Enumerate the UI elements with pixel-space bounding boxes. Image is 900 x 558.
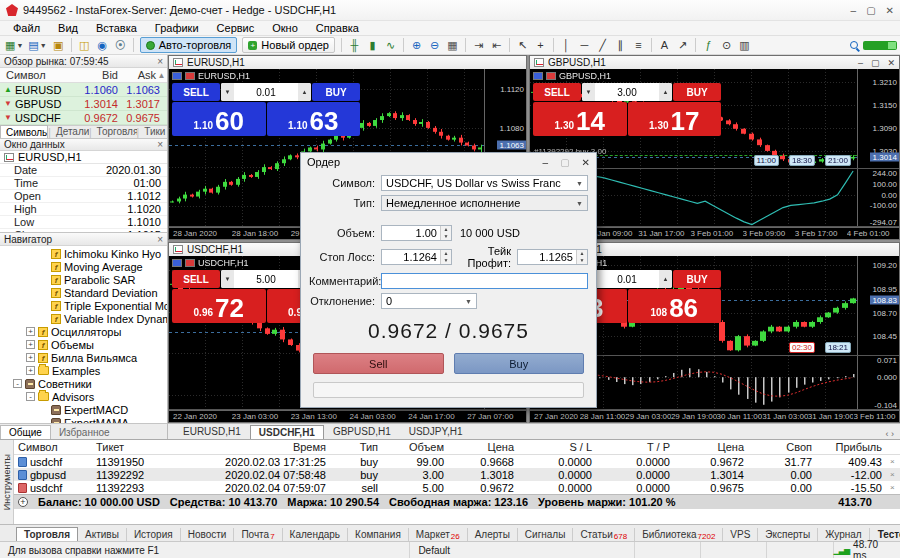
spin-up-icon[interactable]: ▲	[441, 250, 451, 257]
navigator-item-standard-deviation[interactable]: fStandard Deviation	[0, 286, 167, 299]
navigator-item-объемы[interactable]: +fОбъемы	[0, 338, 167, 351]
volume-down-icon[interactable]: ▼	[221, 83, 234, 101]
spin-up-icon[interactable]: ▲	[577, 250, 587, 257]
market-watch-row[interactable]: ▼GBPUSD1.30141.3017	[0, 97, 167, 111]
navigator-item-parabolic-sar[interactable]: fParabolic SAR	[0, 273, 167, 286]
navigator-item-ichimoku-kinko-hyo[interactable]: fIchimoku Kinko Hyo	[0, 247, 167, 260]
close-icon[interactable]: ×	[157, 139, 163, 150]
col-header[interactable]: S / L	[518, 441, 596, 453]
deviation-select[interactable]: 0 ▼	[381, 293, 477, 309]
arrows-icon[interactable]: ↗	[674, 37, 691, 53]
chart-tab-gbpusd-h1[interactable]: GBPUSD,H1	[324, 424, 400, 439]
metaeditor-icon[interactable]: ▣	[50, 37, 67, 53]
volume-value[interactable]: 1.00	[382, 226, 440, 240]
terminal-tab-маркет[interactable]: Маркет26	[409, 528, 468, 541]
chart-shift-icon[interactable]: ⇤	[488, 37, 505, 53]
status-profile[interactable]: Default	[410, 542, 634, 558]
dialog-close-icon[interactable]: ✕	[582, 157, 590, 168]
volume-stepper[interactable]: ▼3.00▲	[582, 83, 672, 101]
sell-button[interactable]: Sell	[313, 353, 444, 374]
close-icon[interactable]: ✕	[886, 5, 894, 16]
auto-scroll-icon[interactable]: ⇥	[470, 37, 487, 53]
close-order-icon[interactable]: ×	[886, 457, 900, 466]
menu-item-графики[interactable]: Графики	[146, 22, 208, 34]
maximize-icon[interactable]: ▢	[866, 5, 875, 16]
navigator-item-variable-index-dynamic-a[interactable]: fVariable Index Dynamic A	[0, 312, 167, 325]
fibonacci-icon[interactable]: ≡	[630, 37, 647, 53]
market-watch-tab-тики[interactable]: Тики	[139, 125, 167, 138]
dialog-minimize-icon[interactable]: –	[543, 157, 549, 168]
vline-icon[interactable]: │	[558, 37, 575, 53]
col-bid[interactable]: Bid	[72, 69, 118, 81]
spin-down-icon[interactable]: ▼	[441, 257, 451, 264]
one-click-buy-button[interactable]: BUY	[312, 83, 360, 101]
col-header[interactable]: Прибыль	[816, 441, 886, 453]
close-order-icon[interactable]: ×	[886, 470, 900, 479]
col-header[interactable]: Цена	[674, 441, 748, 453]
new-chart-icon[interactable]: ▦▼	[3, 37, 25, 53]
col-header[interactable]: T / P	[596, 441, 674, 453]
terminal-tab-vps[interactable]: VPS	[723, 528, 758, 541]
volume-stepper[interactable]: ▼5.00▲	[221, 270, 311, 288]
bid-price[interactable]: 1.1060	[172, 102, 266, 136]
buy-button[interactable]: Buy	[454, 353, 585, 374]
one-click-sell-button[interactable]: SELL	[172, 270, 220, 288]
stop-loss-stepper[interactable]: 1.1264 ▲▼	[381, 249, 452, 265]
col-header[interactable]: Время	[190, 441, 330, 453]
chart-tab-usdjpy-h1[interactable]: USDJPY,H1	[400, 424, 472, 439]
comment-input[interactable]	[381, 273, 588, 289]
collapse-icon[interactable]: -	[26, 392, 35, 401]
trendline-icon[interactable]: ╱	[594, 37, 611, 53]
navigator-item-advisors[interactable]: -Advisors	[0, 390, 167, 403]
navigator-item-examples[interactable]: +Examples	[0, 364, 167, 377]
volume-stepper[interactable]: 1.00 ▲▼	[381, 225, 452, 241]
col-symbol[interactable]: Символ	[0, 69, 72, 81]
expand-icon[interactable]: +	[26, 327, 35, 336]
terminal-tab-сигналы[interactable]: Сигналы	[518, 528, 574, 541]
navigator-item-советники[interactable]: -Советники	[0, 377, 167, 390]
terminal-tab-алерты[interactable]: Алерты	[468, 528, 518, 541]
one-click-sell-button[interactable]: SELL	[533, 83, 581, 101]
candles-chart-icon[interactable]: ▮	[364, 37, 381, 53]
hline-icon[interactable]: ─	[576, 37, 593, 53]
zoom-out-icon[interactable]: ⊖	[426, 37, 443, 53]
new-order-button[interactable]: +Новый ордер	[242, 37, 335, 53]
bid-price[interactable]: 1.3014	[533, 102, 627, 136]
channel-icon[interactable]: ∥	[612, 37, 629, 53]
terminal-tab-история[interactable]: История	[127, 528, 181, 541]
menu-item-файл[interactable]: Файл	[4, 22, 49, 34]
maximize-icon[interactable]: ▢	[871, 58, 880, 68]
volume-down-icon[interactable]: ▼	[582, 83, 595, 101]
take-profit-stepper[interactable]: 1.1265 ▲▼	[517, 249, 588, 265]
expand-icon[interactable]: +	[26, 366, 35, 375]
symbol-select[interactable]: USDCHF, US Dollar vs Swiss Franc ▼	[381, 175, 588, 191]
menu-item-сервис[interactable]: Сервис	[208, 22, 264, 34]
market-watch-icon[interactable]: ◫	[76, 37, 93, 53]
ask-price[interactable]: 10886	[628, 289, 722, 323]
chart-window-titlebar[interactable]: EURUSD,H1	[169, 56, 526, 69]
bars-chart-icon[interactable]: ╫	[346, 37, 363, 53]
terminal-tab-статьи[interactable]: Статьи678	[573, 528, 635, 541]
tab-scroll-arrows[interactable]: ‹ ›	[886, 429, 900, 439]
terminal-tab-библиотека[interactable]: Библиотека7202	[635, 528, 723, 541]
spin-down-icon[interactable]: ▼	[441, 233, 451, 240]
navigator-item-expertmama[interactable]: ExpertMAMA	[0, 416, 167, 423]
cursor-icon[interactable]: ↖	[514, 37, 531, 53]
one-click-buy-button[interactable]: BUY	[673, 270, 721, 288]
menu-item-вид[interactable]: Вид	[49, 22, 87, 34]
terminal-tab-календарь[interactable]: Календарь	[283, 528, 348, 541]
indicators-icon[interactable]: ƒ	[700, 37, 717, 53]
col-header[interactable]: Цена	[448, 441, 518, 453]
chart-tab-eurusd-h1[interactable]: EURUSD,H1	[174, 424, 250, 439]
close-icon[interactable]: ✕	[887, 58, 895, 68]
expand-icon[interactable]: +	[18, 497, 28, 507]
order-type-select[interactable]: Немедленное исполнение ▼	[381, 195, 588, 211]
search-icon[interactable]	[850, 41, 858, 49]
col-header[interactable]: Объем	[382, 441, 448, 453]
terminal-tab-активы[interactable]: Активы	[78, 528, 127, 541]
templates-icon[interactable]: ▥	[736, 37, 753, 53]
chart-tab-usdchf-h1[interactable]: USDCHF,H1	[250, 425, 324, 439]
col-header[interactable]: Тикет	[92, 441, 190, 453]
col-header[interactable]: Символ	[14, 441, 92, 453]
col-ask[interactable]: Ask	[118, 69, 156, 81]
